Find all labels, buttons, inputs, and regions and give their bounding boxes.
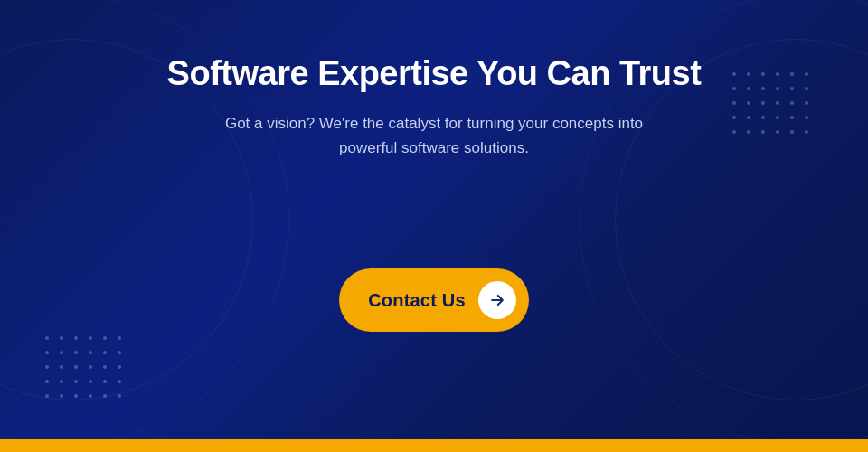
hero-section: Software Expertise You Can Trust Got a v… (0, 0, 868, 439)
contact-us-button[interactable]: Contact Us (339, 268, 529, 332)
hero-heading: Software Expertise You Can Trust (167, 54, 702, 93)
dot-pattern-bottom-left (45, 336, 127, 403)
page-wrapper: Software Expertise You Can Trust Got a v… (0, 0, 868, 452)
arrow-right-icon (478, 281, 516, 319)
hero-subheading: Got a vision? We're the catalyst for tur… (225, 111, 643, 160)
bottom-accent-bar (0, 439, 868, 452)
dot-pattern-top-right (732, 72, 814, 139)
decorative-arc-left (0, 39, 253, 400)
contact-us-label: Contact Us (368, 290, 466, 311)
